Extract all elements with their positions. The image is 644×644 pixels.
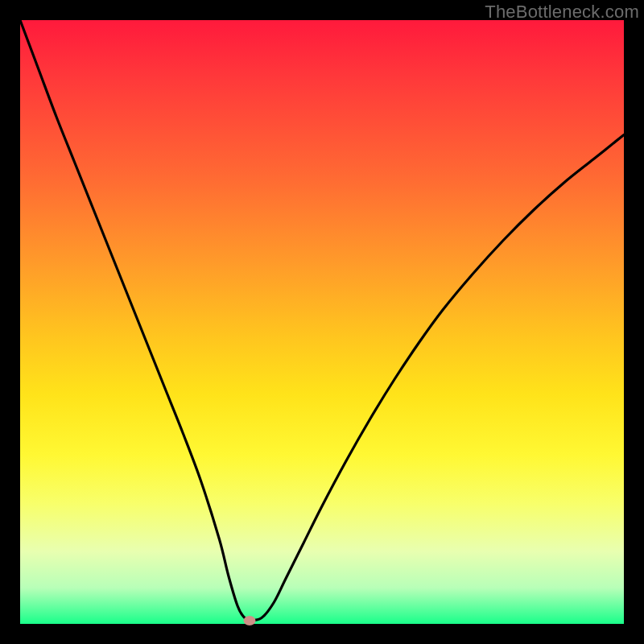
optimum-marker <box>244 616 256 625</box>
chart-frame <box>20 20 624 624</box>
bottleneck-curve <box>20 20 624 621</box>
chart-curve-svg <box>20 20 624 624</box>
